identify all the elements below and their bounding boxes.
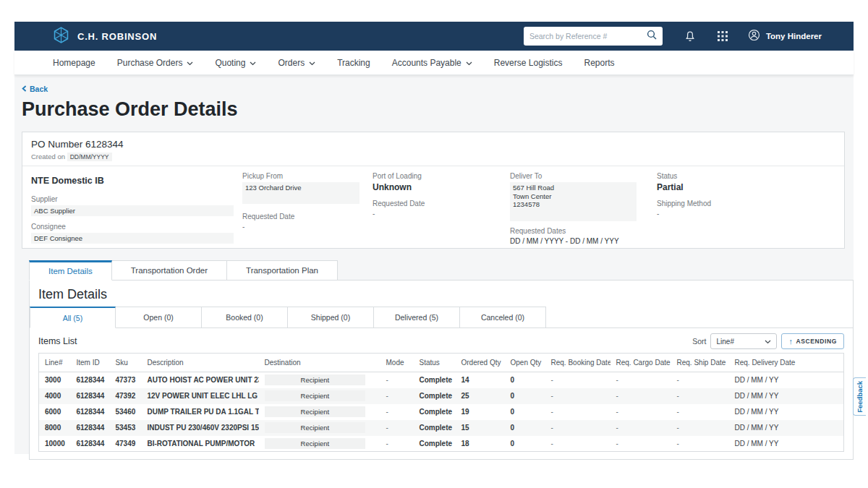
cell-line: 3000 (39, 372, 71, 388)
notifications-bell-icon[interactable] (684, 30, 696, 43)
column-header-ordered-qty: Ordered Qty (456, 354, 505, 372)
chevron-down-icon (250, 58, 256, 68)
cell-mode: - (380, 388, 414, 404)
reference-search[interactable] (524, 27, 663, 46)
cell-description: AUTO HOIST AC POWER UNIT 230V (142, 372, 259, 388)
cell-req-cargo-date: - (610, 372, 671, 388)
table-row[interactable]: 6000 6128344 53460 DUMP TRAILER PU DA 1.… (39, 404, 844, 420)
column-header-req-delivery-date: Req. Delivery Date (729, 354, 844, 372)
filter-tab-shipped[interactable]: Shipped (0) (288, 307, 374, 328)
back-link[interactable]: Back (22, 85, 48, 93)
deliver-to-value: 567 Hill Road Town Center 1234578 (510, 182, 637, 221)
filter-tab-delivered[interactable]: Delivered (5) (374, 307, 460, 328)
detail-tabs: Item Details Transportation Order Transp… (29, 260, 854, 281)
filter-tab-canceled[interactable]: Canceled (0) (460, 307, 546, 328)
cell-req-ship-date: - (671, 404, 729, 420)
cell-line: 4000 (39, 388, 71, 404)
po-number: PO Number 6128344 (31, 139, 835, 150)
tab-transportation-order[interactable]: Transportation Order (112, 260, 227, 281)
tab-item-details[interactable]: Item Details (29, 260, 112, 281)
table-row[interactable]: 10000 6128344 47349 BI-ROTATIONAL PUMP/M… (39, 436, 844, 452)
created-on-label: Created on (31, 153, 65, 160)
po-summary-card: PO Number 6128344 Created on DD/MM/YYYY … (22, 132, 845, 249)
cell-open-qty: 0 (505, 404, 545, 420)
cell-description: BI-ROTATIONAL PUMP/MOTOR (142, 436, 259, 452)
nav-item-homepage[interactable]: Homepage (53, 58, 95, 68)
cell-item-id: 6128344 (71, 388, 110, 404)
cell-sku: 53460 (110, 404, 142, 420)
cell-ordered-qty: 19 (456, 404, 505, 420)
user-menu[interactable]: Tony Hinderer (748, 29, 822, 44)
detail-tabs-card: Item Details Transportation Order Transp… (29, 260, 854, 460)
nav-item-orders[interactable]: Orders (278, 58, 315, 68)
cell-req-delivery-date: DD / MM / YY (729, 388, 844, 404)
table-row[interactable]: 3000 6128344 47373 AUTO HOIST AC POWER U… (39, 372, 844, 388)
item-details-heading: Item Details (30, 281, 853, 307)
deliver-to-label: Deliver To (510, 172, 657, 180)
filter-tab-booked[interactable]: Booked (0) (202, 307, 288, 328)
cell-item-id: 6128344 (71, 372, 110, 388)
sort-direction-button[interactable]: ↑ ASCENDING (781, 333, 844, 349)
nav-item-purchase-orders[interactable]: Purchase Orders (117, 58, 194, 68)
cell-ordered-qty: 25 (456, 388, 505, 404)
nav-item-quoting[interactable]: Quoting (215, 58, 256, 68)
cell-sku: 47373 (110, 372, 142, 388)
nav-item-tracking[interactable]: Tracking (337, 58, 370, 68)
column-header-mode: Mode (380, 354, 414, 372)
brand-logo[interactable]: C.H. ROBINSON (52, 26, 157, 47)
table-row[interactable]: 8000 6128344 53453 INDUST PU 230/460V 23… (39, 420, 844, 436)
cell-req-ship-date: - (671, 420, 729, 436)
table-header-row: Line# Item ID Sku Description Destinatio… (39, 354, 844, 372)
status-filter-tabs: All (5) Open (0) Booked (0) Shipped (0) … (30, 307, 853, 328)
nav-item-reverse-logistics[interactable]: Reverse Logistics (494, 58, 563, 68)
cell-req-cargo-date: - (610, 404, 671, 420)
cell-description: INDUST PU 230/460V 2320PSI 15 (142, 420, 259, 436)
cell-ordered-qty: 18 (456, 436, 505, 452)
cell-mode: - (380, 404, 414, 420)
main-nav: Homepage Purchase Orders Quoting Orders … (14, 51, 854, 75)
page-content: Back Purchase Order Details PO Number 61… (14, 75, 854, 454)
filter-tab-all[interactable]: All (5) (30, 307, 116, 328)
filter-tab-open[interactable]: Open (0) (116, 307, 202, 328)
sort-select[interactable]: Line# (710, 333, 777, 349)
search-icon[interactable] (647, 30, 657, 43)
column-header-req-cargo-date: Req. Cargo Date (610, 354, 671, 372)
cell-ordered-qty: 15 (456, 420, 505, 436)
search-input[interactable] (529, 32, 647, 40)
supplier-label: Supplier (31, 195, 242, 203)
cell-status: Complete (414, 372, 456, 388)
user-avatar-icon (748, 29, 760, 44)
port-of-loading-label: Port of Loading (373, 172, 510, 180)
items-list-title: Items List (38, 336, 77, 346)
cell-item-id: 6128344 (71, 436, 110, 452)
cell-req-booking-date: - (545, 436, 610, 452)
nav-item-accounts-payable[interactable]: Accounts Payable (392, 58, 472, 68)
shipping-method-label: Shipping Method (657, 200, 835, 207)
created-on-value: DD/MM/YYYY (67, 153, 112, 161)
shipping-method-value: - (657, 210, 835, 218)
top-bar: C.H. ROBINSON Tony (14, 22, 854, 51)
cell-mode: - (380, 372, 414, 388)
feedback-button[interactable]: Feedback (853, 377, 866, 416)
tab-transportation-plan[interactable]: Transportation Plan (227, 260, 338, 281)
select-chevron-icon (765, 338, 771, 346)
column-header-sku: Sku (110, 354, 142, 372)
nav-item-reports[interactable]: Reports (584, 58, 615, 68)
cell-status: Complete (414, 436, 456, 452)
table-row[interactable]: 4000 6128344 47392 12V POWER UNIT ELEC L… (39, 388, 844, 404)
items-table: Line# Item ID Sku Description Destinatio… (38, 353, 844, 452)
cell-sku: 53453 (110, 420, 142, 436)
cell-sku: 47392 (110, 388, 142, 404)
cell-req-ship-date: - (671, 436, 729, 452)
cell-open-qty: 0 (505, 436, 545, 452)
column-header-open-qty: Open Qty (505, 354, 545, 372)
app-grid-icon[interactable] (718, 31, 728, 41)
pickup-from-label: Pickup From (242, 172, 373, 180)
cell-req-cargo-date: - (610, 436, 671, 452)
port-of-loading-value: Unknown (373, 182, 510, 192)
column-header-status: Status (414, 354, 456, 372)
user-name: Tony Hinderer (766, 32, 822, 40)
cell-item-id: 6128344 (71, 404, 110, 420)
cell-item-id: 6128344 (71, 420, 110, 436)
chevron-down-icon (187, 58, 193, 68)
